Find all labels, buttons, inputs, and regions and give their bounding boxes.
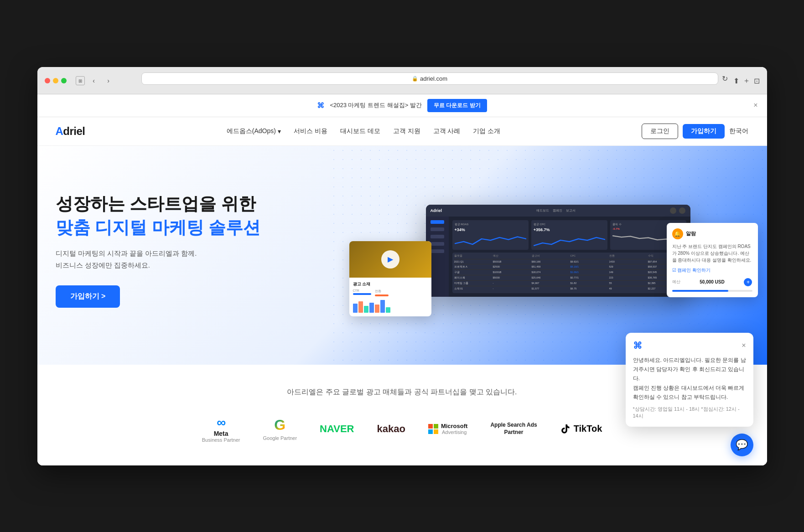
- bar-5: [375, 305, 379, 313]
- new-tab-button[interactable]: ＋: [743, 76, 750, 86]
- budget-progress-bar-bg: [672, 290, 752, 292]
- ad-card-ctr: CTR: [353, 289, 371, 296]
- share-button[interactable]: ⬆: [733, 77, 739, 85]
- partner-microsoft: Microsoft Advertising: [428, 423, 468, 435]
- traffic-lights: [45, 78, 67, 83]
- table-col-cpc: CPC: [571, 254, 607, 258]
- alert-add-budget-button[interactable]: +: [744, 278, 752, 286]
- browser-window: ⊞ ‹ › 🔒 adriel.com ↻ ⬆ ＋ ⊡ ⌘: [37, 67, 767, 465]
- hero-title-line2: 맞춤 디지털 마케팅 솔루션: [56, 217, 368, 239]
- table-col-budget: 예산: [493, 254, 530, 258]
- hero-cta-button[interactable]: 가입하기 >: [56, 285, 120, 308]
- alert-budget-label: 예산: [672, 279, 680, 285]
- hero-title-line1: 성장하는 스타트업을 위한: [56, 193, 368, 215]
- nav-adops[interactable]: 에드옵스(AdOps) ▾: [227, 127, 281, 135]
- ad-card-chart: [353, 299, 428, 313]
- partner-tiktok: TikTok: [560, 424, 602, 434]
- google-logo-sub: Google Partner: [263, 435, 297, 441]
- naver-logo-text: NAVER: [320, 423, 354, 435]
- sidebar-reports: [431, 235, 444, 238]
- tab-switcher[interactable]: ⊞: [76, 76, 85, 85]
- play-button[interactable]: ▶: [381, 250, 399, 269]
- address-bar[interactable]: 🔒 adriel.com: [141, 72, 718, 85]
- alert-popup: 🔔 알람 지난 주 브랜드 단지도 캠페인의 ROAS가 280% 이상으로 상…: [667, 223, 758, 297]
- chat-widget: ⌘ × 안녕하세요. 아드리엘입니다. 필요한 문의를 남겨주시면 담당자가 확…: [731, 430, 753, 456]
- nav-demo[interactable]: 대시보드 데모: [340, 127, 380, 135]
- dashboard-logo: Adriel: [431, 208, 442, 213]
- alert-bell-icon: 🔔: [672, 228, 683, 239]
- meta-logo-icon: ∞: [217, 415, 225, 430]
- chat-bubble-button[interactable]: 💬: [731, 434, 753, 456]
- ad-card-title: 광고 소재: [353, 281, 428, 287]
- sidebar-settings: [431, 242, 444, 246]
- dashboard-nav: 에드보드 캠페인 보고서: [536, 208, 576, 213]
- dashboard-main: 평균 ROAS +34% 평균 CPC +356.7%: [449, 217, 690, 297]
- download-button[interactable]: 무료 다운로드 받기: [427, 99, 487, 112]
- chat-popup-header: ⌘ ×: [633, 340, 746, 351]
- roas-sparkline: [455, 233, 526, 247]
- browser-tabs-bar: ⊞ ‹ ›: [76, 75, 114, 86]
- sidebar-campaigns: [431, 227, 444, 231]
- refresh-button[interactable]: ↻: [722, 74, 728, 83]
- meta-logo-name: Meta: [214, 430, 228, 437]
- table-row: 프로젝트 A $2500 $51,459 $5.19/1 529 $58,537: [454, 264, 685, 269]
- announcement-banner: ⌘ <2023 마케팅 트렌드 해설집> 발간 무료 다운로드 받기 ×: [37, 94, 767, 117]
- traffic-light-minimize[interactable]: [53, 78, 58, 83]
- nav-cases[interactable]: 고객 사례: [433, 127, 461, 135]
- meta-logo-sub: Business Partner: [202, 437, 240, 443]
- announcement-close-button[interactable]: ×: [753, 101, 757, 109]
- back-button[interactable]: ‹: [88, 75, 99, 86]
- nav-about[interactable]: 기업 소개: [473, 127, 500, 135]
- traffic-light-close[interactable]: [45, 78, 50, 83]
- bar-7: [386, 307, 390, 313]
- chat-popup-body: 안녕하세요. 아드리엘입니다. 필요한 문의를 남겨주시면 담당자가 확인 후 …: [633, 356, 746, 402]
- login-button[interactable]: 로그인: [642, 124, 678, 139]
- chat-icon: 💬: [736, 439, 748, 451]
- ad-card-overlay: ▶ 광고 소재 CTR 전환: [349, 241, 431, 316]
- chat-popup-close-button[interactable]: ×: [742, 341, 746, 350]
- signup-button[interactable]: 가입하기: [683, 124, 725, 139]
- dash-user-icon: [679, 207, 685, 214]
- nav-support[interactable]: 고객 지원: [393, 127, 420, 135]
- partner-apple-search-ads: Apple Search AdsPartner: [490, 422, 537, 436]
- sidebar-users: [431, 249, 444, 253]
- ad-card-metrics: CTR 전환: [353, 289, 428, 296]
- table-row: 2021 Q1 $5001B $69,166 $9.92/1 1430 $97,…: [454, 259, 685, 264]
- forward-button[interactable]: ›: [103, 75, 114, 86]
- partner-kakao: kakao: [377, 423, 405, 435]
- logo-driel: driel: [63, 125, 85, 137]
- navigation: Adriel 에드옵스(AdOps) ▾ 서비스 비용 대시보드 데모 고객 지…: [37, 117, 767, 146]
- ms-cell-red: [428, 424, 433, 429]
- lock-icon: 🔒: [412, 76, 418, 82]
- table-col-conv: 전환: [609, 254, 646, 258]
- nav-pricing[interactable]: 서비스 비용: [294, 127, 327, 135]
- microsoft-name: Microsoft: [441, 423, 468, 429]
- alert-campaign-link[interactable]: ☑ 캠페인 확인하기: [672, 267, 752, 274]
- nav-actions: 로그인 가입하기 한국어: [642, 124, 748, 139]
- metric-cpc-value: +356.7%: [534, 227, 605, 232]
- dash-nav-item-3: 보고서: [566, 208, 576, 213]
- traffic-light-fullscreen[interactable]: [61, 78, 67, 83]
- bar-4: [369, 303, 374, 313]
- browser-controls: ⊞ ‹ › 🔒 adriel.com ↻ ⬆ ＋ ⊡: [45, 72, 760, 89]
- metric-cpc-label: 평균 CPC: [534, 222, 605, 227]
- logo-a: A: [56, 125, 63, 137]
- chevron-down-icon: ▾: [278, 128, 281, 135]
- ad-card-image: ▶: [349, 241, 431, 278]
- alert-budget-value: 50,000 USD: [700, 279, 724, 284]
- language-button[interactable]: 한국어: [729, 127, 748, 135]
- apple-search-ads-text: Apple Search AdsPartner: [490, 422, 537, 436]
- conversion-bar: [375, 294, 389, 296]
- ctr-bar: [353, 293, 371, 295]
- dashboard-header: Adriel 에드보드 캠페인 보고서: [426, 205, 690, 217]
- chat-popup-hours: *상담시간: 영업일 11시 - 18시 *점심시간: 12시 - 14시: [633, 406, 746, 419]
- hero-dashboard: ▶ 광고 소재 CTR 전환: [368, 205, 749, 297]
- google-logo-g: G: [274, 417, 285, 434]
- tiktok-logo-text: TikTok: [574, 424, 602, 434]
- sidebar-dashboard: [431, 220, 444, 224]
- announcement-logo: ⌘: [317, 101, 324, 110]
- metric-roas-value: +34%: [455, 227, 526, 232]
- logo[interactable]: Adriel: [56, 125, 85, 138]
- metric-cpc: 평균 CPC +356.7%: [531, 220, 607, 250]
- extensions-button[interactable]: ⊡: [754, 77, 760, 85]
